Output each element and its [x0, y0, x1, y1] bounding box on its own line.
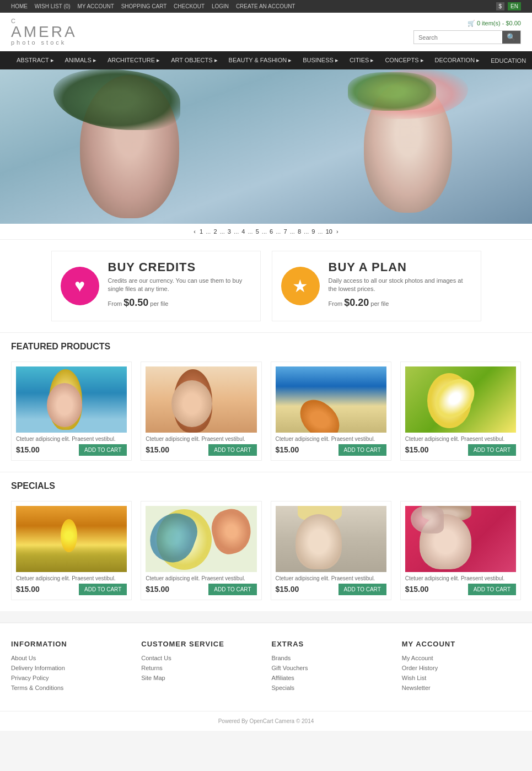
special-product-3: Ctetuer adipiscing elit. Praesent vestib…	[271, 501, 391, 600]
footer-link-contact[interactable]: Contact Us	[141, 655, 260, 661]
special-desc-2: Ctetuer adipiscing elit. Praesent vestib…	[146, 575, 256, 581]
footer-copyright: Powered By OpenCart Camera © 2014	[0, 711, 532, 731]
special-product-2: Ctetuer adipiscing elit. Praesent vestib…	[141, 501, 261, 600]
specials-grid: Ctetuer adipiscing elit. Praesent vestib…	[0, 495, 532, 611]
specials-title: SPECIALS	[0, 472, 532, 495]
footer-link-myaccount[interactable]: My Account	[402, 655, 521, 661]
top-bar: HOME WISH LIST (0) MY ACCOUNT SHOPPING C…	[0, 0, 532, 13]
nav-checkout[interactable]: CHECKOUT	[174, 3, 205, 9]
nav-cart[interactable]: SHOPPING CART	[121, 3, 167, 9]
page-2[interactable]: 2	[213, 228, 217, 235]
footer-link-brands[interactable]: Brands	[272, 655, 391, 661]
buy-credits-per: per file	[150, 300, 168, 307]
buy-credits-icon: ♥	[61, 267, 99, 305]
special-desc-4: Ctetuer adipiscing elit. Praesent vestib…	[405, 575, 516, 581]
nav-myaccount[interactable]: MY ACCOUNT	[77, 3, 114, 9]
special-footer-1: $15.00 ADD TO CART	[16, 584, 127, 595]
next-page[interactable]: ›	[336, 228, 338, 235]
page-7[interactable]: 7	[283, 228, 287, 235]
footer-link-specials[interactable]: Specials	[272, 684, 391, 691]
footer-link-wishlist[interactable]: Wish List	[402, 675, 521, 681]
buy-credits-card: ♥ BUY CREDITS Credits are our currency. …	[51, 251, 261, 321]
add-to-cart-special-1[interactable]: ADD TO CART	[79, 584, 127, 595]
search-button[interactable]: 🔍	[502, 31, 520, 44]
prev-page[interactable]: ‹	[194, 228, 196, 235]
currency-selector[interactable]: $	[496, 2, 505, 10]
nav-concepts[interactable]: CONCEPTS ▸	[379, 51, 429, 69]
add-to-cart-special-4[interactable]: ADD TO CART	[468, 584, 516, 595]
footer-link-orders[interactable]: Order History	[402, 665, 521, 671]
add-to-cart-featured-2[interactable]: ADD TO CART	[208, 444, 256, 456]
footer-link-delivery[interactable]: Delivery Information	[11, 665, 130, 671]
nav-login[interactable]: LOGIN	[212, 3, 229, 9]
nav-wishlist[interactable]: WISH LIST (0)	[35, 3, 71, 9]
add-to-cart-featured-4[interactable]: ADD TO CART	[468, 444, 516, 456]
buy-credits-amount: $0.50	[123, 297, 148, 308]
add-to-cart-special-3[interactable]: ADD TO CART	[338, 584, 386, 595]
nav-business[interactable]: BUSINESS ▸	[297, 51, 344, 69]
special-image-1	[16, 506, 127, 572]
footer-link-returns[interactable]: Returns	[141, 665, 260, 671]
nav-decoration[interactable]: DECORATION ▸	[429, 51, 486, 69]
footer-link-newsletter[interactable]: Newsletter	[402, 684, 521, 691]
nav-beauty[interactable]: BEAUTY & FASHION ▸	[223, 51, 298, 69]
cart-info[interactable]: 🛒 0 item(s) - $0.00	[467, 20, 521, 27]
add-to-cart-special-2[interactable]: ADD TO CART	[208, 584, 256, 595]
footer-link-sitemap[interactable]: Site Map	[141, 675, 260, 681]
nav-animals[interactable]: ANIMALS ▸	[60, 51, 102, 69]
buy-plan-desc: Daily access to all our stock photos and…	[329, 277, 472, 294]
special-footer-3: $15.00 ADD TO CART	[276, 584, 386, 595]
nav-cities[interactable]: CITIES ▸	[344, 51, 380, 69]
product-image-2	[146, 366, 256, 433]
product-price-3: $15.00	[276, 445, 299, 454]
product-footer-3: $15.00 ADD TO CART	[276, 444, 386, 456]
product-price-2: $15.00	[146, 445, 169, 454]
copyright-text: Powered By OpenCart Camera © 2014	[218, 718, 314, 724]
buy-credits-price: From $0.50 per file	[108, 296, 251, 310]
footer: INFORMATION About Us Delivery Informatio…	[0, 622, 532, 711]
footer-link-about[interactable]: About Us	[11, 655, 130, 661]
search-box[interactable]: 🔍	[413, 30, 521, 44]
page-1[interactable]: 1	[200, 228, 203, 235]
footer-link-vouchers[interactable]: Gift Vouchers	[272, 665, 391, 671]
special-image-4	[405, 506, 516, 572]
heart-icon: ♥	[74, 276, 85, 296]
add-to-cart-featured-1[interactable]: ADD TO CART	[79, 444, 127, 456]
special-price-4: $15.00	[405, 585, 429, 594]
page-8[interactable]: 8	[298, 228, 301, 235]
nav-education[interactable]: EDUCATION	[485, 52, 531, 69]
page-9[interactable]: 9	[311, 228, 315, 235]
special-price-2: $15.00	[146, 585, 169, 594]
page-5[interactable]: 5	[256, 228, 259, 235]
add-to-cart-featured-3[interactable]: ADD TO CART	[338, 444, 386, 456]
language-selector[interactable]: EN	[508, 2, 521, 10]
product-desc-3: Ctetuer adipiscing elit. Praesent vestib…	[276, 436, 386, 442]
buy-plan-icon: ★	[281, 267, 320, 305]
nav-abstract[interactable]: ABSTRACT ▸	[11, 51, 60, 69]
special-image-3	[276, 506, 386, 572]
page-3[interactable]: 3	[228, 228, 231, 235]
nav-art-objects[interactable]: ART OBJECTS ▸	[165, 51, 223, 69]
pagination[interactable]: ‹ 1 ... 2 ... 3 ... 4 ... 5 ... 6 ... 7 …	[0, 224, 532, 240]
nav-register[interactable]: CREATE AN ACCOUNT	[236, 3, 295, 9]
page-10[interactable]: 10	[326, 228, 332, 235]
nav-architecture[interactable]: ARCHITECTURE ▸	[102, 51, 165, 69]
page-6[interactable]: 6	[270, 228, 273, 235]
footer-information: INFORMATION About Us Delivery Informatio…	[11, 640, 130, 694]
buy-plan-per: per file	[370, 300, 389, 307]
main-nav[interactable]: ABSTRACT ▸ ANIMALS ▸ ARCHITECTURE ▸ ART …	[0, 51, 532, 69]
footer-customer-service: CUSTOMER SERVICE Contact Us Returns Site…	[141, 640, 260, 694]
footer-link-privacy[interactable]: Privacy Policy	[11, 675, 130, 681]
nav-home[interactable]: HOME	[11, 3, 28, 9]
buy-credits-desc: Credits are our currency. You can use th…	[108, 277, 251, 294]
buy-plan-price: From $0.20 per file	[329, 296, 472, 310]
logo[interactable]: CAMERA photo stock	[11, 18, 77, 46]
search-input[interactable]	[414, 31, 502, 44]
featured-product-3: Ctetuer adipiscing elit. Praesent vestib…	[271, 362, 391, 461]
page-4[interactable]: 4	[241, 228, 245, 235]
top-nav[interactable]: HOME WISH LIST (0) MY ACCOUNT SHOPPING C…	[11, 3, 300, 9]
footer-link-terms[interactable]: Terms & Conditions	[11, 684, 130, 691]
special-product-4: Ctetuer adipiscing elit. Praesent vestib…	[400, 501, 521, 600]
header-right: 🛒 0 item(s) - $0.00 🔍	[413, 20, 521, 44]
footer-link-affiliates[interactable]: Affiliates	[272, 675, 391, 681]
